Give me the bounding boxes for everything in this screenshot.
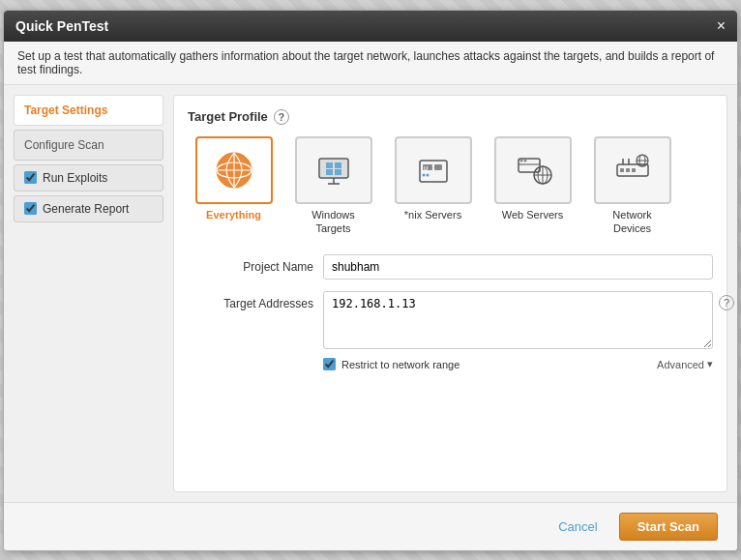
generate-report-label: Generate Report xyxy=(43,202,129,216)
svg-point-20 xyxy=(519,159,522,162)
dialog-subtitle: Set up a test that automatically gathers… xyxy=(4,42,737,85)
profile-icon-box-nix: U xyxy=(395,136,472,204)
profile-card-everything[interactable]: Everything xyxy=(188,136,280,236)
svg-rect-9 xyxy=(326,169,333,175)
svg-point-21 xyxy=(523,159,526,162)
restrict-checkbox[interactable] xyxy=(323,358,336,370)
dialog-footer: Cancel Start Scan xyxy=(4,502,737,550)
svg-rect-13 xyxy=(420,161,447,182)
profile-card-windows[interactable]: WindowsTargets xyxy=(287,136,379,236)
sidebar-item-run-exploits: Run Exploits xyxy=(14,164,163,192)
target-help-icon[interactable]: ? xyxy=(719,295,734,310)
quick-pentest-dialog: Quick PenTest × Set up a test that autom… xyxy=(3,10,738,551)
project-name-label: Project Name xyxy=(188,254,313,274)
windows-icon xyxy=(314,151,353,190)
close-button[interactable]: × xyxy=(717,18,726,34)
dialog-title: Quick PenTest xyxy=(15,18,108,34)
everything-icon xyxy=(215,151,253,190)
target-addresses-input[interactable]: 192.168.1.13 xyxy=(323,291,713,349)
profile-card-web[interactable]: Web Servers xyxy=(487,136,578,236)
profile-card-network[interactable]: NetworkDevices xyxy=(586,136,678,236)
svg-rect-6 xyxy=(320,160,347,177)
svg-point-17 xyxy=(426,173,429,176)
svg-rect-15 xyxy=(434,164,442,170)
sidebar: Target Settings Configure Scan Run Explo… xyxy=(14,95,163,492)
sidebar-item-configure-scan[interactable]: Configure Scan xyxy=(14,130,163,161)
project-name-input[interactable] xyxy=(323,254,713,280)
profile-label-everything: Everything xyxy=(206,208,261,221)
svg-rect-8 xyxy=(335,162,341,168)
svg-rect-34 xyxy=(620,168,624,172)
profile-icon-box-windows xyxy=(295,136,372,204)
project-name-row: Project Name xyxy=(188,254,713,280)
profile-icon-box-everything xyxy=(195,136,273,204)
profile-label-web: Web Servers xyxy=(502,208,563,221)
profile-label-nix: *nix Servers xyxy=(404,208,461,221)
svg-rect-36 xyxy=(632,168,636,172)
start-scan-button[interactable]: Start Scan xyxy=(619,513,718,541)
profile-section-title: Target Profile xyxy=(188,109,268,124)
profile-icon-box-web xyxy=(494,136,572,204)
run-exploits-checkbox[interactable] xyxy=(24,171,37,184)
restrict-checkbox-label[interactable]: Restrict to network range xyxy=(323,358,459,370)
profile-label-network: NetworkDevices xyxy=(612,208,651,236)
dialog-header: Quick PenTest × xyxy=(4,11,737,42)
advanced-link[interactable]: Advanced ▾ xyxy=(657,358,713,370)
target-addresses-wrap: 192.168.1.13 ? Restrict to network range… xyxy=(323,291,713,370)
chevron-down-icon: ▾ xyxy=(707,358,713,370)
svg-rect-7 xyxy=(326,162,333,168)
cancel-button[interactable]: Cancel xyxy=(547,513,608,541)
svg-text:U: U xyxy=(424,165,428,171)
profile-help-icon[interactable]: ? xyxy=(274,109,289,125)
sidebar-item-target-settings[interactable]: Target Settings xyxy=(14,95,163,126)
target-addresses-label: Target Addresses xyxy=(188,291,313,310)
sidebar-item-generate-report: Generate Report xyxy=(14,195,163,222)
svg-rect-35 xyxy=(626,168,630,172)
svg-point-16 xyxy=(422,173,425,176)
profile-section-header: Target Profile ? xyxy=(188,109,713,125)
profile-grid: Everything xyxy=(188,136,713,236)
nix-icon: U xyxy=(414,151,453,190)
svg-rect-10 xyxy=(335,169,341,175)
dialog-body: Target Settings Configure Scan Run Explo… xyxy=(4,85,737,502)
options-row: Restrict to network range Advanced ▾ xyxy=(323,358,713,370)
web-icon xyxy=(514,151,552,190)
profile-card-nix[interactable]: U *nix Servers xyxy=(387,136,479,236)
target-addresses-row: Target Addresses 192.168.1.13 ? Restrict… xyxy=(188,291,713,370)
run-exploits-label: Run Exploits xyxy=(43,171,107,185)
generate-report-checkbox[interactable] xyxy=(24,202,37,215)
profile-icon-box-network xyxy=(594,136,671,204)
main-panel: Target Profile ? xyxy=(173,95,727,492)
network-icon xyxy=(613,151,652,190)
profile-label-windows: WindowsTargets xyxy=(311,208,355,236)
